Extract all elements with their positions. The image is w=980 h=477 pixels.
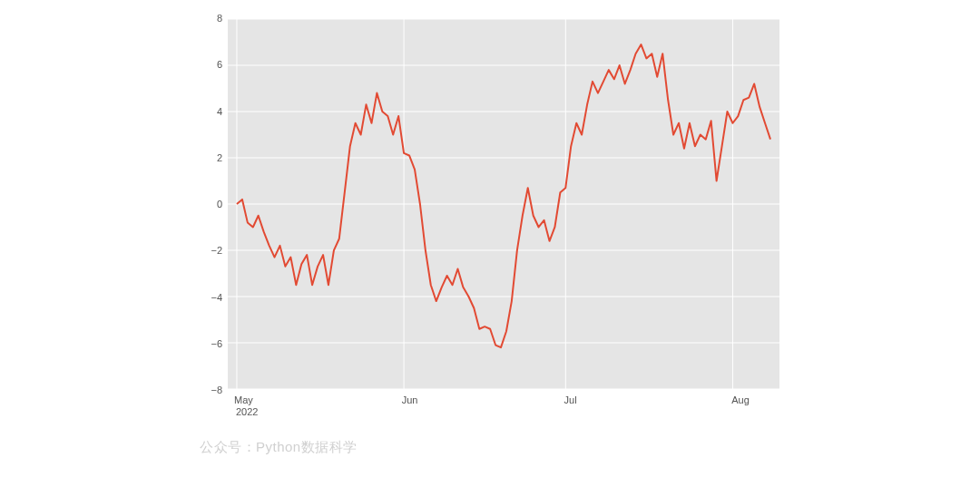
x-tick-label: Jun	[402, 394, 418, 405]
y-tick-label: −2	[186, 245, 222, 256]
x-tick-label: Aug	[731, 394, 750, 405]
y-tick-label: 4	[186, 106, 222, 117]
watermark-text: 公众号：Python数据科学	[200, 439, 358, 456]
line-chart: −8−6−4−202468 May2022JunJulAug	[200, 18, 780, 408]
x-tick-label: May	[234, 394, 253, 405]
x-tick-label: Jul	[564, 394, 577, 405]
y-tick-label: 6	[186, 59, 222, 70]
y-tick-label: −6	[186, 338, 222, 349]
y-tick-label: 2	[186, 152, 222, 163]
data-line	[237, 44, 770, 347]
x-year-label: 2022	[236, 406, 258, 417]
y-tick-label: −8	[186, 385, 222, 395]
y-tick-label: 8	[186, 13, 222, 24]
y-tick-label: 0	[186, 199, 222, 209]
chart-svg	[228, 19, 779, 389]
plot-area	[227, 18, 780, 390]
y-tick-label: −4	[186, 292, 222, 303]
